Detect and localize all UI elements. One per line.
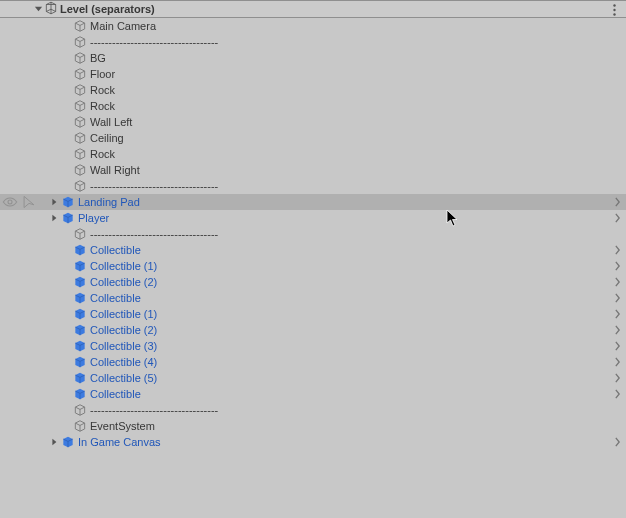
hierarchy-item-label: Player [78,212,109,224]
hierarchy-item[interactable]: Main Camera [0,18,626,34]
hierarchy-item[interactable]: Rock [0,146,626,162]
prefab-cube-icon [60,194,76,210]
hierarchy-item-label: ----------------------------------- [90,36,218,48]
hierarchy-item[interactable]: ----------------------------------- [0,402,626,418]
svg-point-3 [8,200,12,204]
hierarchy-tree: Main Camera-----------------------------… [0,18,626,450]
foldout-icon[interactable] [48,198,60,206]
gameobject-cube-icon [72,98,88,114]
gameobject-cube-icon [72,82,88,98]
hierarchy-item-label: Wall Right [90,164,140,176]
hierarchy-item-label: Collectible (2) [90,276,157,288]
hierarchy-item[interactable]: Wall Left [0,114,626,130]
prefab-cube-icon [72,370,88,386]
prefab-cube-icon [72,322,88,338]
prefab-cube-icon [72,258,88,274]
hierarchy-item-label: Rock [90,148,115,160]
foldout-icon[interactable] [48,214,60,222]
prefab-cube-icon [72,386,88,402]
open-prefab-icon[interactable] [610,370,624,386]
hierarchy-item[interactable]: Rock [0,98,626,114]
open-prefab-icon[interactable] [610,258,624,274]
hierarchy-item-label: Collectible (2) [90,324,157,336]
hierarchy-item-label: Rock [90,84,115,96]
prefab-cube-icon [72,242,88,258]
hierarchy-item[interactable]: Floor [0,66,626,82]
gameobject-cube-icon [72,50,88,66]
prefab-cube-icon [72,338,88,354]
prefab-cube-icon [60,210,76,226]
open-prefab-icon[interactable] [610,322,624,338]
hierarchy-item[interactable]: Player [0,210,626,226]
gameobject-cube-icon [72,418,88,434]
hierarchy-item[interactable]: Collectible (3) [0,338,626,354]
hierarchy-item[interactable]: Wall Right [0,162,626,178]
open-prefab-icon[interactable] [610,210,624,226]
hierarchy-item-label: Collectible (1) [90,260,157,272]
foldout-icon[interactable] [48,438,60,446]
hierarchy-item-label: Collectible (5) [90,372,157,384]
hierarchy-item[interactable]: BG [0,50,626,66]
hierarchy-item[interactable]: Collectible (2) [0,322,626,338]
gameobject-cube-icon [72,114,88,130]
hierarchy-panel: Level (separators) Main Camera----------… [0,0,626,518]
hierarchy-item-label: Collectible [90,388,141,400]
gameobject-cube-icon [72,130,88,146]
hierarchy-item[interactable]: Collectible (2) [0,274,626,290]
open-prefab-icon[interactable] [610,242,624,258]
open-prefab-icon[interactable] [610,194,624,210]
hierarchy-item-label: In Game Canvas [78,436,161,448]
hierarchy-item-label: Rock [90,100,115,112]
svg-point-0 [613,4,615,6]
hierarchy-item-label: Main Camera [90,20,156,32]
open-prefab-icon[interactable] [610,306,624,322]
hierarchy-item[interactable]: Collectible (5) [0,370,626,386]
gameobject-cube-icon [72,178,88,194]
hierarchy-item-label: Wall Left [90,116,132,128]
hierarchy-item[interactable]: ----------------------------------- [0,226,626,242]
open-prefab-icon[interactable] [610,290,624,306]
hierarchy-item[interactable]: Collectible (4) [0,354,626,370]
hierarchy-item[interactable]: EventSystem [0,418,626,434]
foldout-down-icon[interactable] [34,3,44,15]
open-prefab-icon[interactable] [610,338,624,354]
hierarchy-item[interactable]: ----------------------------------- [0,178,626,194]
gameobject-cube-icon [72,402,88,418]
hierarchy-item[interactable]: Rock [0,82,626,98]
open-prefab-icon[interactable] [610,434,624,450]
hierarchy-item[interactable]: Collectible [0,242,626,258]
hierarchy-item[interactable]: Collectible [0,290,626,306]
hierarchy-item-label: Collectible (1) [90,308,157,320]
scene-header[interactable]: Level (separators) [0,0,626,18]
gameobject-cube-icon [72,226,88,242]
prefab-cube-icon [60,434,76,450]
open-prefab-icon[interactable] [610,354,624,370]
hierarchy-item-label: BG [90,52,106,64]
svg-point-1 [613,9,615,11]
gameobject-cube-icon [72,162,88,178]
hierarchy-item[interactable]: Collectible (1) [0,306,626,322]
open-prefab-icon[interactable] [610,274,624,290]
hierarchy-item[interactable]: Ceiling [0,130,626,146]
hierarchy-item[interactable]: ----------------------------------- [0,34,626,50]
scene-title: Level (separators) [60,3,155,15]
hierarchy-item[interactable]: Landing Pad [0,194,626,210]
scene-menu-icon[interactable] [606,1,622,19]
gameobject-cube-icon [72,34,88,50]
hierarchy-item[interactable]: Collectible [0,386,626,402]
hierarchy-item[interactable]: Collectible (1) [0,258,626,274]
svg-point-2 [613,13,615,15]
open-prefab-icon[interactable] [610,386,624,402]
prefab-cube-icon [72,306,88,322]
hierarchy-item-label: Floor [90,68,115,80]
hierarchy-item-label: Landing Pad [78,196,140,208]
hierarchy-item-label: ----------------------------------- [90,404,218,416]
hierarchy-item-label: EventSystem [90,420,155,432]
gameobject-cube-icon [72,18,88,34]
hierarchy-item-label: Collectible [90,244,141,256]
unity-logo-icon [44,1,58,17]
scene-visibility-controls[interactable] [2,194,42,210]
hierarchy-item[interactable]: In Game Canvas [0,434,626,450]
hierarchy-item-label: ----------------------------------- [90,180,218,192]
hierarchy-item-label: Collectible [90,292,141,304]
